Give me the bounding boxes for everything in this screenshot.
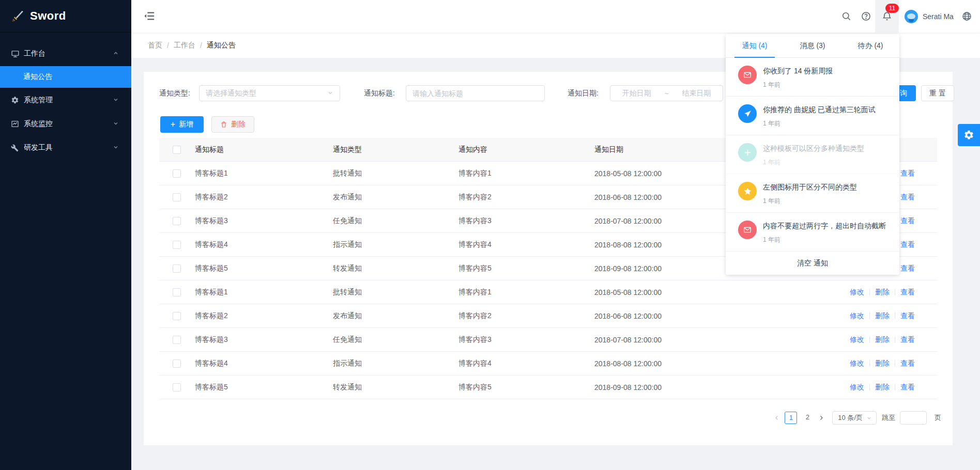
- view-link[interactable]: 查看: [900, 264, 915, 273]
- page-size-value: 10 条/页: [838, 413, 863, 422]
- notification-item[interactable]: 内容不要超过两行字，超出时自动截断 1 年前: [726, 213, 899, 252]
- chevron-down-icon: [327, 89, 333, 98]
- view-link[interactable]: 查看: [900, 240, 915, 249]
- plus-icon: +: [171, 120, 175, 129]
- sidebar-item-dev-tools[interactable]: 研发工具: [0, 136, 131, 160]
- view-link[interactable]: 查看: [900, 359, 915, 368]
- date-range-picker[interactable]: 开始日期 ~ 结束日期: [610, 85, 723, 101]
- notification-time: 1 年前: [763, 197, 857, 206]
- notification-title: 左侧图标用于区分不同的类型: [763, 182, 857, 192]
- sidebar-item-system-manage[interactable]: 系统管理: [0, 88, 131, 112]
- globe-icon[interactable]: [959, 0, 974, 33]
- select-all-checkbox[interactable]: [173, 146, 181, 154]
- cell-content: 博客内容4: [458, 359, 594, 368]
- gear-icon: [963, 130, 974, 140]
- row-checkbox[interactable]: [173, 241, 181, 249]
- notification-item-read[interactable]: 这种模板可以区分多种通知类型 1 年前: [726, 135, 899, 174]
- row-checkbox[interactable]: [173, 169, 181, 178]
- edit-link[interactable]: 修改: [850, 288, 864, 297]
- breadcrumb-separator: /: [200, 41, 202, 50]
- delete-link[interactable]: 删除: [875, 311, 890, 321]
- sidebar-item-notice[interactable]: 通知公告: [0, 66, 131, 88]
- breadcrumb-home[interactable]: 首页: [148, 41, 162, 50]
- breadcrumb-workbench[interactable]: 工作台: [174, 41, 195, 50]
- table-row: 博客标题3 任免通知 博客内容3 2018-07-08 12:00:00 修改删…: [159, 328, 937, 352]
- pagination: 1 2 10 条/页 跳至 页: [771, 411, 941, 425]
- sidebar: Sword 工作台 通知公告 系统管理: [0, 0, 131, 470]
- page-size-select[interactable]: 10 条/页: [832, 411, 877, 425]
- notification-item[interactable]: 你收到了 14 份新周报 1 年前: [726, 58, 899, 97]
- notification-time: 1 年前: [763, 158, 864, 167]
- page-number-2[interactable]: 2: [801, 412, 814, 424]
- delete-link[interactable]: 删除: [875, 383, 890, 392]
- view-link[interactable]: 查看: [900, 288, 915, 297]
- delete-button-label: 删除: [231, 120, 246, 129]
- table-row: 博客标题1 批转通知 博客内容1 2018-05-08 12:00:00 修改删…: [159, 280, 937, 304]
- row-checkbox[interactable]: [173, 193, 181, 201]
- cell-content: 博客内容5: [458, 264, 594, 273]
- view-link[interactable]: 查看: [900, 311, 915, 321]
- sword-icon: [11, 9, 25, 24]
- view-link[interactable]: 查看: [900, 193, 915, 202]
- menu-fold-icon[interactable]: [144, 10, 155, 22]
- filter-type-label: 通知类型:: [159, 85, 190, 101]
- avatar[interactable]: [905, 10, 918, 23]
- notification-dropdown: 通知 (4) 消息 (3) 待办 (4) 你收到了 14 份新周报 1 年前 你…: [726, 34, 899, 275]
- page-number-1[interactable]: 1: [785, 412, 797, 424]
- help-icon[interactable]: [858, 0, 874, 33]
- cell-content: 博客内容3: [458, 335, 594, 344]
- search-icon[interactable]: [838, 0, 854, 33]
- add-button[interactable]: + 新增: [160, 116, 204, 133]
- row-checkbox[interactable]: [173, 336, 181, 344]
- chevron-down-icon: [866, 415, 872, 421]
- sidebar-item-system-monitor[interactable]: 系统监控: [0, 112, 131, 136]
- cell-title: 博客标题2: [195, 193, 333, 202]
- notice-title-input[interactable]: [406, 85, 545, 101]
- sidebar-item-workbench[interactable]: 工作台: [0, 42, 131, 66]
- row-checkbox[interactable]: [173, 312, 181, 320]
- row-checkbox[interactable]: [173, 288, 181, 296]
- cell-content: 博客内容1: [458, 288, 594, 297]
- row-checkbox[interactable]: [173, 217, 181, 225]
- view-link[interactable]: 查看: [900, 216, 915, 226]
- col-header-content: 通知内容: [458, 145, 594, 154]
- next-page-icon[interactable]: [816, 415, 827, 421]
- jump-page-input[interactable]: [900, 411, 927, 425]
- view-link[interactable]: 查看: [900, 383, 915, 392]
- edit-link[interactable]: 修改: [850, 383, 864, 392]
- cell-type: 指示通知: [333, 359, 458, 368]
- delete-link[interactable]: 删除: [875, 335, 890, 344]
- cell-date: 2018-05-08 12:00:00: [594, 288, 749, 296]
- edit-link[interactable]: 修改: [850, 311, 864, 321]
- select-placeholder: 请选择通知类型: [206, 89, 327, 98]
- cell-type: 指示通知: [333, 240, 458, 249]
- date-tilde: ~: [664, 89, 668, 98]
- tab-todo[interactable]: 待办 (4): [841, 34, 899, 57]
- row-checkbox[interactable]: [173, 359, 181, 368]
- filter-date-label: 通知日期:: [568, 85, 599, 101]
- notification-item[interactable]: 你推荐的 曲妮妮 已通过第三轮面试 1 年前: [726, 97, 899, 135]
- delete-link[interactable]: 删除: [875, 288, 890, 297]
- notification-time: 1 年前: [763, 236, 886, 244]
- tab-notice[interactable]: 通知 (4): [726, 34, 784, 57]
- notification-item[interactable]: 左侧图标用于区分不同的类型 1 年前: [726, 174, 899, 213]
- delete-link[interactable]: 删除: [875, 359, 890, 368]
- view-link[interactable]: 查看: [900, 169, 915, 178]
- edit-link[interactable]: 修改: [850, 335, 864, 344]
- view-link[interactable]: 查看: [900, 335, 915, 344]
- jump-label: 跳至: [882, 413, 895, 422]
- notice-type-select[interactable]: 请选择通知类型: [199, 85, 340, 101]
- prev-page-icon[interactable]: [771, 415, 783, 421]
- mail-icon: [738, 221, 757, 239]
- delete-button[interactable]: 删除: [211, 116, 254, 133]
- edit-link[interactable]: 修改: [850, 359, 864, 368]
- user-name[interactable]: Serati Ma: [923, 0, 954, 33]
- reset-button[interactable]: 重 置: [921, 85, 954, 101]
- row-checkbox[interactable]: [173, 383, 181, 391]
- tab-message[interactable]: 消息 (3): [784, 34, 841, 57]
- theme-settings-button[interactable]: [958, 124, 980, 146]
- app-logo[interactable]: Sword: [0, 0, 131, 33]
- table-row: 博客标题2 发布通知 博客内容2 2018-06-08 12:00:00 修改删…: [159, 304, 937, 328]
- clear-notifications-button[interactable]: 清空 通知: [726, 252, 899, 275]
- row-checkbox[interactable]: [173, 264, 181, 273]
